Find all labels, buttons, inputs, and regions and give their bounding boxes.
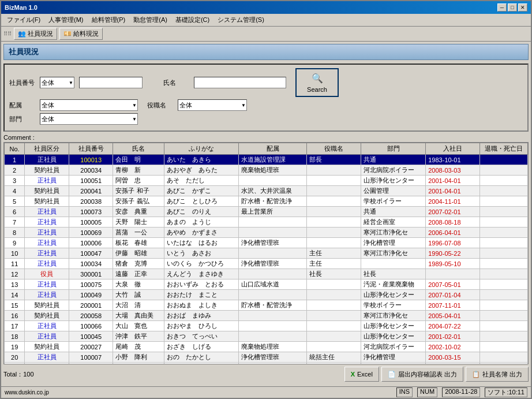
table-cell: 共通 [361,207,426,217]
table-cell [239,331,307,342]
search-button[interactable]: 🔍 Search [295,68,339,97]
header-kubun: 社員区分 [25,143,69,155]
table-cell: 2 [5,165,25,176]
footer-ins: INS [396,387,413,397]
table-cell: 1983-10-01 [426,155,480,165]
table-row[interactable]: 10正社員100047伊藤 昭雄いとう あさお主任寒河江市浄化セ1990-05-… [5,248,528,259]
table-cell: 1990-05-22 [426,248,480,259]
table-scroll[interactable]: No. 社員区分 社員番号 氏名 ふりがな 配属 役職名 部門 入社日 退職・死… [4,143,528,364]
toolbar-employee-status[interactable]: 👥 社員現況 [14,28,57,40]
table-cell: 正社員 [25,321,69,331]
menu-personnel[interactable]: 人事管理(M) [45,14,87,25]
table-row[interactable]: 13正社員100075大泉 徹おおいずみ とおる山口広域水道汚泥・産業廃棄物20… [5,279,528,290]
table-cell: 3 [5,176,25,186]
table-cell: 100042 [69,363,113,364]
table-row[interactable]: 7正社員100005天野 陽士あまの ようじ経営企画室2008-08-18 [5,217,528,228]
maximize-button[interactable]: □ [508,3,517,12]
table-cell: 4 [5,186,25,196]
search-icon: 🔍 [312,73,323,84]
bumon-label: 部門 [9,115,35,124]
salary-status-label: 給料現況 [73,29,99,38]
table-row[interactable]: 21正社員100042小野 博之おの ひろゆき舟形町簡易水道統括主任住吉屋食品2… [5,363,528,364]
name-input[interactable] [194,77,286,88]
footer-num: NUM [417,387,437,397]
table-cell: 役員 [25,269,69,279]
table-row[interactable]: 12役員300001遠藤 正幸えんどう まさゆき社長社長 [5,269,528,279]
table-row[interactable]: 16契約社員200058大場 真由美おおば まゆみ寒河江市浄化セ2005-04-… [5,311,528,321]
bumon-select[interactable]: 全体 [40,113,138,125]
table-row[interactable]: 9正社員100006板花 春雄いたはな はるお浄化槽管理班浄化槽管理1996-0… [5,238,528,248]
table-cell [307,290,361,300]
table-cell: 2002-10-02 [426,342,480,352]
table-row[interactable]: 3正社員100051阿曽 忠あそ ただし山形浄化センター2001-04-01 [5,176,528,186]
table-cell: 沖津 鉄平 [113,331,164,342]
table-row[interactable]: 1正社員100013会田 明あいた あきら水道施設管理課部長共通1983-10-… [5,155,528,165]
haizoku-select[interactable]: 全体 [40,99,138,111]
menu-system[interactable]: システム管理(S) [214,14,268,25]
table-cell: 100073 [69,207,113,217]
table-row[interactable]: 17正社員100066大山 寛也おおやま ひろし山形浄化センター2004-07-… [5,321,528,331]
toolbar-salary-status[interactable]: 💴 給料現況 [59,28,103,40]
todokede-button[interactable]: 📄 届出内容確認表 出力 [381,367,463,382]
page-title-bar: 社員現況 [3,44,529,60]
employee-num-select-wrapper: 全体 ▼ [40,77,74,88]
table-cell: 大泉 徹 [113,279,164,290]
table-cell: 契約社員 [25,311,69,321]
menu-file[interactable]: ファイル(F) [3,14,44,25]
search-btn-label: Search [307,86,327,93]
table-cell: 貯水槽・配管洗浄 [239,196,307,207]
table-row[interactable]: 15契約社員200001大沼 清おおぬま よしき貯水槽・配管洗浄学校ボイラー20… [5,300,528,311]
meibo-button[interactable]: 📋 社員名簿 出力 [466,367,529,382]
excel-button[interactable]: X Excel [344,367,379,382]
table-cell [239,311,307,321]
close-button[interactable]: ✕ [518,3,527,12]
table-row[interactable]: 4契約社員200041安孫子 和子あびこ かずこ水沢、大井沢温泉公園管理2001… [5,186,528,196]
table-cell: 契約社員 [25,342,69,352]
table-row[interactable]: 8正社員100069菖蒲 一公あやめ かずまさ寒河江市浄化セ2006-04-01 [5,228,528,238]
shokumei-select[interactable]: 全体 [178,99,247,111]
table-cell: 100007 [69,352,113,363]
table-cell: 200058 [69,311,113,321]
table-cell: 100005 [69,217,113,228]
table-cell: あやめ かずまさ [164,228,239,238]
table-row[interactable]: 14正社員100049大竹 誠おおたけ まこと山形浄化センター2007-01-0… [5,290,528,300]
employee-num-input[interactable] [79,77,143,88]
table-cell: 8 [5,228,25,238]
table-cell [480,331,528,342]
comment-label: Comment : [3,134,529,141]
table-cell [480,228,528,238]
table-cell: 大場 真由美 [113,311,164,321]
table-cell [480,311,528,321]
table-cell [480,238,528,248]
table-row[interactable]: 6正社員100073安彦 典重あびこ のりえ最上営業所共通2007-02-01 [5,207,528,217]
menu-salary[interactable]: 給料管理(P) [88,14,129,25]
minimize-button[interactable]: ─ [497,3,507,12]
table-row[interactable]: 20正社員100007小野 降利おの たかとし浄化槽管理班統括主任浄化槽管理20… [5,352,528,363]
table-cell [307,165,361,176]
table-row[interactable]: 19契約社員200027尾崎 茂おざき しげる廃棄物処理班河北病院ボイラー200… [5,342,528,352]
table-cell: おおば まゆみ [164,311,239,321]
table-cell: 天野 陽士 [113,217,164,228]
menu-attendance[interactable]: 勤怠管理(A) [130,14,171,25]
table-cell: 阿曽 忠 [113,176,164,186]
table-cell: 12 [5,269,25,279]
table-cell: 正社員 [25,248,69,259]
table-cell [307,186,361,196]
table-row[interactable]: 2契約社員200034青柳 新あおやぎ あらた廃棄物処理班河北病院ボイラー200… [5,165,528,176]
table-cell [239,269,307,279]
table-cell: 安彦 典重 [113,207,164,217]
table-cell: あおやぎ あらた [164,165,239,176]
table-cell: 浄化槽管理班 [239,352,307,363]
table-cell: 大山 寛也 [113,321,164,331]
table-cell [307,279,361,290]
table-cell: 正社員 [25,290,69,300]
employee-num-select[interactable]: 全体 [40,77,74,88]
meibo-label: 社員名簿 出力 [482,370,522,379]
table-cell: 2008-03-03 [426,165,480,176]
table-row[interactable]: 5契約社員200038安孫子 義弘あびこ としひろ貯水槽・配管洗浄学校ボイラー2… [5,196,528,207]
menu-basic-settings[interactable]: 基礎設定(C) [172,14,213,25]
table-row[interactable]: 18正社員100045沖津 鉄平おきつ てっぺい山形浄化センター2001-02-… [5,331,528,342]
table-cell: 1996-07-08 [426,238,480,248]
table-cell [480,279,528,290]
table-row[interactable]: 11正社員100034猪倉 克博いのくら かつひろ浄化槽管理班主任1989-05… [5,259,528,269]
